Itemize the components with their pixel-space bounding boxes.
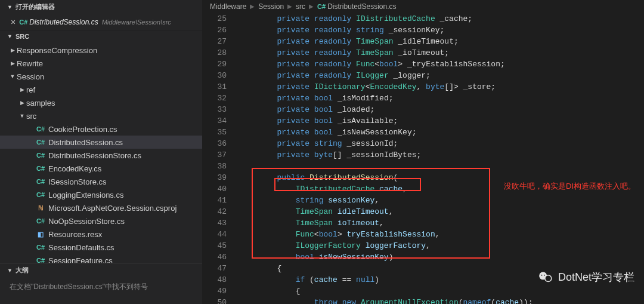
- chevron-down-icon: ▼: [7, 268, 13, 274]
- tree-item[interactable]: ◧Resources.resx: [0, 228, 202, 241]
- breadcrumb[interactable]: Middleware▶Session▶src▶C#DistributedSess…: [203, 0, 644, 13]
- code-line[interactable]: private readonly TimeSpan _idleTimeout;: [240, 36, 533, 47]
- code-line[interactable]: if (cache == null): [240, 274, 533, 285]
- line-number: 28: [203, 47, 227, 59]
- line-number: 34: [203, 115, 227, 127]
- line-number: 25: [203, 13, 227, 24]
- tree-item-label: EncodedKey.cs: [48, 164, 101, 173]
- code-line[interactable]: private readonly TimeSpan _ioTimeout;: [240, 47, 533, 59]
- code-line[interactable]: IDistributedCache cache,: [240, 183, 533, 195]
- code-line[interactable]: throw new ArgumentNullException(nameof(c…: [240, 297, 533, 304]
- tree-item[interactable]: C#SessionDefaults.cs: [0, 241, 202, 254]
- proj-file-icon: ℕ: [36, 203, 45, 213]
- tree-item[interactable]: ▶ResponseCompression: [0, 44, 202, 57]
- cs-file-icon: C#: [36, 124, 45, 134]
- code-line[interactable]: private bool _isAvailable;: [240, 115, 533, 127]
- chevron-down-icon: ▼: [7, 33, 13, 39]
- code-line[interactable]: string sessionKey,: [240, 195, 533, 206]
- outline-message: 在文档"DistributedSession.cs"中找不到符号: [0, 277, 202, 304]
- close-icon[interactable]: ×: [11, 17, 16, 27]
- code-line[interactable]: ILoggerFactory loggerFactory,: [240, 240, 533, 251]
- code-line[interactable]: private byte[] _sessionIdBytes;: [240, 149, 533, 161]
- code-line[interactable]: private readonly string _sessionKey;: [240, 24, 533, 36]
- tree-arrow-icon: ▼: [8, 73, 17, 79]
- line-number: 39: [203, 172, 227, 183]
- line-number: 50: [203, 297, 227, 304]
- code-line[interactable]: private bool _loaded;: [240, 104, 533, 115]
- tree-item[interactable]: C#SessionFeature.cs: [0, 254, 202, 263]
- tree-item[interactable]: ▶ref: [0, 83, 202, 96]
- watermark: DotNet学习专栏: [538, 269, 634, 285]
- chevron-right-icon: ▶: [250, 3, 255, 10]
- svg-point-6: [549, 277, 550, 278]
- line-number: 26: [203, 24, 227, 36]
- line-number: 27: [203, 36, 227, 47]
- chevron-right-icon: ▶: [287, 3, 292, 10]
- tree-item[interactable]: ▼Session: [0, 70, 202, 83]
- code-line[interactable]: Func<bool> tryEstablishSession,: [240, 229, 533, 240]
- wechat-icon: [538, 269, 553, 285]
- tree-arrow-icon: ▶: [18, 100, 26, 106]
- open-editors-title: 打开的编辑器: [16, 2, 55, 11]
- chevron-down-icon: ▼: [7, 4, 13, 10]
- open-editors-header[interactable]: ▼ 打开的编辑器: [0, 0, 202, 14]
- line-number: 33: [203, 104, 227, 115]
- cs-file-icon: C#: [36, 216, 45, 226]
- tree-item[interactable]: C#ISessionStore.cs: [0, 175, 202, 188]
- code-line[interactable]: TimeSpan idleTimeout,: [240, 206, 533, 217]
- code-line[interactable]: private readonly ILogger _logger;: [240, 70, 533, 81]
- code-lines[interactable]: private readonly IDistributedCache _cach…: [236, 13, 533, 304]
- code-area[interactable]: 2526272829303132333435363738394041424344…: [203, 13, 644, 304]
- code-line[interactable]: private string _sessionId;: [240, 138, 533, 149]
- code-line[interactable]: [240, 161, 533, 172]
- tree-item[interactable]: C#DistributedSessionStore.cs: [0, 149, 202, 162]
- outline-title: 大纲: [16, 266, 29, 275]
- line-number: 42: [203, 206, 227, 217]
- tree-item[interactable]: ▶samples: [0, 96, 202, 109]
- cs-file-icon: C#: [36, 164, 45, 173]
- tree-item-label: LoggingExtensions.cs: [48, 191, 123, 199]
- tree-item[interactable]: C#EncodedKey.cs: [0, 162, 202, 175]
- code-line[interactable]: private IDictionary<EncodedKey, byte[]> …: [240, 81, 533, 93]
- code-line[interactable]: private readonly IDistributedCache _cach…: [240, 13, 533, 24]
- tree-item[interactable]: C#CookieProtection.cs: [0, 122, 202, 136]
- tree-item-label: ResponseCompression: [17, 46, 97, 55]
- csharp-icon: C#: [19, 19, 27, 26]
- code-line[interactable]: private readonly Func<bool> _tryEstablis…: [240, 59, 533, 70]
- tree-item-label: ISessionStore.cs: [48, 177, 107, 186]
- file-tree[interactable]: ▶ResponseCompression▶Rewrite▼Session▶ref…: [0, 42, 202, 263]
- line-number: 47: [203, 263, 227, 274]
- line-number: 49: [203, 285, 227, 297]
- cs-file-icon: C#: [36, 242, 45, 252]
- tree-item-label: SessionFeature.cs: [48, 256, 113, 263]
- line-number: 37: [203, 149, 227, 161]
- tree-item[interactable]: C#DistributedSession.cs: [0, 136, 202, 149]
- tree-item[interactable]: C#LoggingExtensions.cs: [0, 188, 202, 201]
- outline-header[interactable]: ▼ 大纲: [0, 263, 202, 277]
- code-line[interactable]: public DistributedSession(: [240, 172, 533, 183]
- breadcrumb-segment[interactable]: C#DistributedSession.cs: [317, 2, 396, 11]
- explorer-header[interactable]: ▼ SRC: [0, 30, 202, 42]
- line-number: 38: [203, 161, 227, 172]
- tree-item-label: src: [26, 112, 36, 121]
- code-line[interactable]: bool isNewSessionKey): [240, 251, 533, 263]
- code-line[interactable]: private bool _isNewSessionKey;: [240, 127, 533, 138]
- tree-item[interactable]: ℕMicrosoft.AspNetCore.Session.csproj: [0, 201, 202, 214]
- breadcrumb-segment[interactable]: src: [296, 2, 305, 11]
- breadcrumb-segment[interactable]: Session: [258, 2, 284, 11]
- line-number: 36: [203, 138, 227, 149]
- code-line[interactable]: private bool _isModified;: [240, 93, 533, 104]
- tree-item[interactable]: C#NoOpSessionStore.cs: [0, 214, 202, 228]
- code-line[interactable]: {: [240, 285, 533, 297]
- sidebar: ▼ 打开的编辑器 × C# DistributedSession.cs Midd…: [0, 0, 203, 304]
- code-line[interactable]: TimeSpan ioTimeout,: [240, 217, 533, 229]
- line-number: 46: [203, 251, 227, 263]
- resx-file-icon: ◧: [36, 229, 45, 239]
- tree-item[interactable]: ▼src: [0, 109, 202, 122]
- breadcrumb-segment[interactable]: Middleware: [210, 2, 246, 11]
- open-tab-filename: DistributedSession.cs: [29, 18, 98, 26]
- open-editor-tab[interactable]: × C# DistributedSession.cs Middleware\Se…: [0, 14, 202, 30]
- tree-item[interactable]: ▶Rewrite: [0, 57, 202, 70]
- code-line[interactable]: {: [240, 263, 533, 274]
- tree-item-label: Resources.resx: [48, 230, 102, 239]
